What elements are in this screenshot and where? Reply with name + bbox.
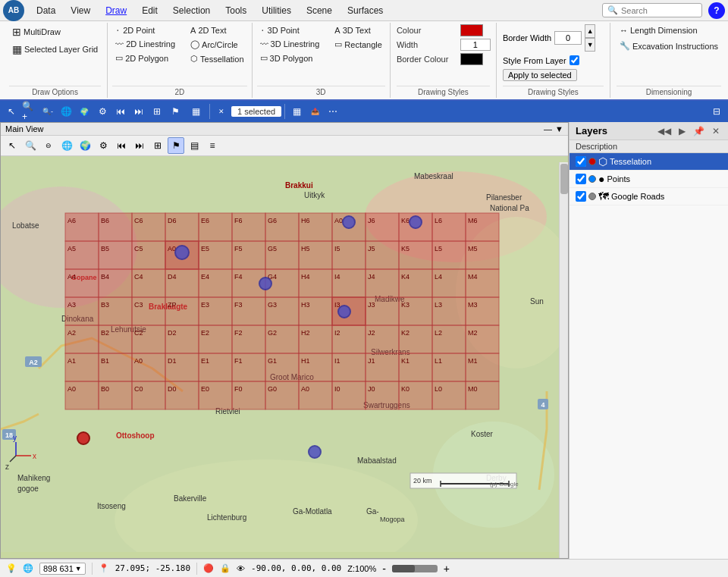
toolbar-flag[interactable]: ⚑ [167, 103, 184, 120]
menu-surfaces[interactable]: Surfaces [340, 2, 391, 19]
2d-polygon-button[interactable]: ▭ 2D Polygon [112, 52, 178, 64]
toolbar-layers[interactable]: ▦ [185, 103, 206, 120]
svg-text:G3: G3 [268, 301, 277, 309]
colour-swatch[interactable] [460, 24, 483, 36]
arc-circle-button[interactable]: ◯ Arc/Circle [187, 38, 246, 51]
map-viewport[interactable]: A2 18 4 Lobatse Gopane Uitkyk Brakkui [1, 156, 568, 552]
svg-text:L2: L2 [435, 329, 442, 337]
menu-tools[interactable]: Tools [218, 2, 254, 19]
layers-expand-btn[interactable]: ▶ [676, 126, 688, 136]
menu-selection[interactable]: Selection [165, 2, 218, 19]
status-zoom-plus[interactable]: + [444, 563, 450, 575]
toolbar-globe1[interactable]: 🌐 [58, 103, 74, 120]
svg-text:K5: K5 [401, 245, 410, 252]
toolbar-grid[interactable]: ⊞ [149, 103, 165, 120]
toolbar-zoom-in[interactable]: 🔍+ [21, 103, 38, 120]
menu-bar: AB Data View Draw Edit Selection Tools U… [0, 0, 728, 21]
toolbar-export[interactable]: 📤 [306, 103, 323, 120]
menu-view[interactable]: View [63, 2, 98, 19]
svg-text:ZP: ZP [168, 301, 177, 309]
map-prev[interactable]: ⏮ [113, 137, 130, 154]
excavation-instructions-button[interactable]: 🔧 Excavation Instructions [617, 39, 721, 52]
map-extra[interactable]: ≡ [204, 137, 221, 154]
3d-point-button[interactable]: ⬝ 3D Point [257, 24, 323, 36]
layers-pin-btn[interactable]: 📌 [691, 126, 707, 136]
2d-linestring-button[interactable]: 〰 2D Linestring [112, 38, 178, 50]
2d-point-button[interactable]: ⬝ 2D Point [112, 24, 178, 36]
map-zoom-out-tool[interactable]: ⊖ [40, 137, 57, 154]
map-bookmark[interactable]: ⚑ [168, 137, 184, 154]
svg-text:B5: B5 [101, 245, 109, 252]
border-width-down[interactable]: ▼ [585, 38, 595, 52]
map-globe-1[interactable]: 🌐 [58, 137, 75, 154]
svg-text:Uitkyk: Uitkyk [304, 191, 325, 199]
layer-points-checkbox[interactable] [576, 174, 586, 184]
toolbar-cursor[interactable]: ↖ [3, 103, 20, 120]
layer-item-tesselation[interactable]: ⬡ Tesselation [570, 153, 728, 171]
toolbar-rewind[interactable]: ⏮ [112, 103, 129, 120]
svg-text:Mabaalstad: Mabaalstad [357, 456, 397, 465]
style-from-layer-checkbox[interactable] [570, 55, 579, 65]
border-width-up[interactable]: ▲ [585, 24, 595, 38]
layers-collapse-btn[interactable]: ◀◀ [655, 126, 673, 136]
border-colour-swatch[interactable] [460, 53, 483, 65]
toolbar-dots[interactable]: ⋯ [325, 103, 341, 120]
3d-text-button[interactable]: A 3D Text [331, 24, 385, 36]
svg-text:M6: M6 [468, 217, 478, 224]
layer-item-google-roads[interactable]: 🗺 Google Roads [570, 188, 728, 205]
map-scrollbar-vertical[interactable] [559, 162, 568, 558]
toolbar-zoom-out[interactable]: 🔍- [39, 103, 56, 120]
layer-item-points[interactable]: ● Points [570, 171, 728, 188]
toolbar-table[interactable]: ▦ [288, 103, 305, 120]
toolbar-globe2[interactable]: 🌍 [76, 103, 93, 120]
3d-linestring-button[interactable]: 〰 3D Linestring [257, 38, 323, 50]
menu-data[interactable]: Data [29, 2, 63, 19]
rectangle-button[interactable]: ▭ Rectangle [331, 38, 385, 51]
layer-google-roads-checkbox[interactable] [576, 191, 586, 202]
toolbar-select-icon[interactable]: ✕ [213, 103, 230, 120]
map-dropdown[interactable]: ▼ [555, 124, 563, 133]
zoom-slider[interactable] [392, 565, 438, 572]
menu-scene[interactable]: Scene [299, 2, 340, 19]
svg-text:M5: M5 [468, 245, 478, 252]
svg-text:C0: C0 [134, 385, 143, 393]
toolbar-collapse[interactable]: ⊟ [708, 103, 725, 120]
tessellation-button[interactable]: ⬡ Tessellation [187, 52, 246, 65]
map-next[interactable]: ⏭ [131, 137, 148, 154]
toolbar-forward[interactable]: ⏭ [130, 103, 147, 120]
menu-draw[interactable]: Draw [98, 2, 134, 19]
map-layers-tool[interactable]: ▤ [186, 137, 202, 154]
apply-to-selected-button[interactable]: Apply to selected [503, 69, 577, 81]
status-zoom-minus[interactable]: - [382, 563, 386, 575]
svg-text:A0: A0 [134, 357, 143, 365]
map-globe-2[interactable]: 🌍 [77, 137, 93, 154]
svg-text:G5: G5 [268, 245, 277, 252]
location-selector[interactable]: 898 631 ▼ [39, 563, 86, 575]
svg-text:Mabeskraal: Mabeskraal [414, 172, 453, 180]
svg-text:K4: K4 [401, 273, 410, 281]
help-button[interactable]: ? [708, 2, 725, 19]
multidraw-button[interactable]: ⊞ MultiDraw [9, 24, 101, 39]
map-cursor-tool[interactable]: ↖ [4, 137, 20, 154]
width-input[interactable] [460, 39, 491, 51]
border-width-input[interactable] [554, 31, 582, 45]
map-zoom-in-tool[interactable]: 🔍 [22, 137, 39, 154]
search-input[interactable] [621, 6, 697, 15]
selected-layer-grid-button[interactable]: ▦ Selected Layer Grid [9, 42, 101, 57]
menu-edit[interactable]: Edit [134, 2, 165, 19]
svg-text:E0: E0 [201, 385, 209, 393]
map-settings[interactable]: ⚙ [95, 137, 111, 154]
svg-text:gogoe: gogoe [17, 484, 39, 493]
map-grid-tool[interactable]: ⊞ [149, 137, 166, 154]
2d-text-button[interactable]: A 2D Text [187, 24, 246, 36]
layer-tesselation-checkbox[interactable] [576, 156, 586, 167]
svg-text:J6: J6 [368, 217, 375, 224]
layers-close-btn[interactable]: ✕ [710, 126, 722, 136]
length-dimension-button[interactable]: ↔️ Length Dimension [617, 24, 721, 36]
3d-polygon-button[interactable]: ▭ 3D Polygon [257, 52, 323, 64]
svg-text:F4: F4 [234, 273, 243, 281]
toolbar-gear[interactable]: ⚙ [94, 103, 111, 120]
location-dropdown-icon[interactable]: ▼ [75, 565, 82, 572]
menu-utilities[interactable]: Utilities [254, 2, 299, 19]
svg-text:C3: C3 [134, 301, 143, 309]
